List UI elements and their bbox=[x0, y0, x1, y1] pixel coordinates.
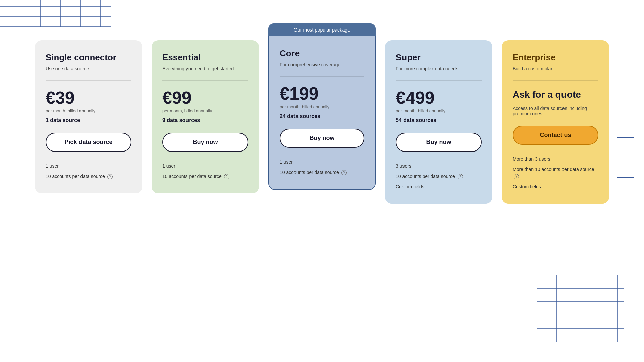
plan-single-connector-name: Single connector bbox=[46, 52, 131, 63]
feature-accounts: 10 accounts per data source ? bbox=[396, 173, 482, 180]
plan-enterprise-features: More than 3 users More than 10 accounts … bbox=[513, 156, 598, 190]
plan-core-button[interactable]: Buy now bbox=[280, 129, 364, 148]
plan-enterprise: Enterprise Build a custom plan Ask for a… bbox=[502, 40, 609, 204]
plan-essential-price: €99 bbox=[162, 89, 248, 106]
feature-custom-fields: Custom fields bbox=[513, 183, 598, 190]
plan-super-sources: 54 data sources bbox=[396, 117, 482, 123]
plan-essential-name: Essential bbox=[162, 52, 248, 63]
help-icon-accounts[interactable]: ? bbox=[458, 174, 463, 179]
plan-super-billing: per month, billed annually bbox=[396, 108, 482, 113]
help-icon-accounts[interactable]: ? bbox=[341, 170, 347, 175]
plan-core-billing: per month, billed annually bbox=[280, 104, 364, 109]
deco-bottom-right bbox=[537, 275, 624, 342]
plan-essential: Essential Everything you need to get sta… bbox=[152, 40, 259, 193]
plan-super-features: 3 users 10 accounts per data source ? Cu… bbox=[396, 163, 482, 190]
divider bbox=[46, 80, 131, 81]
feature-accounts: 10 accounts per data source ? bbox=[46, 173, 131, 180]
plan-core-desc: For comprehensive coverage bbox=[280, 61, 364, 68]
help-icon-accounts[interactable]: ? bbox=[514, 174, 519, 179]
plan-essential-billing: per month, billed annually bbox=[162, 108, 248, 113]
popular-banner: Our most popular package bbox=[268, 23, 376, 36]
plan-core-price: €199 bbox=[280, 85, 364, 102]
plan-super-name: Super bbox=[396, 52, 482, 63]
plan-core: Core For comprehensive coverage €199 per… bbox=[268, 36, 376, 190]
plan-essential-desc: Everything you need to get started bbox=[162, 65, 248, 72]
feature-users: 1 user bbox=[46, 163, 131, 170]
plan-core-name: Core bbox=[280, 48, 364, 59]
divider bbox=[162, 80, 248, 81]
plan-super: Super For more complex data needs €499 p… bbox=[385, 40, 492, 204]
plan-single-connector-features: 1 user 10 accounts per data source ? bbox=[46, 163, 131, 180]
plan-super-desc: For more complex data needs bbox=[396, 65, 482, 72]
plan-essential-features: 1 user 10 accounts per data source ? bbox=[162, 163, 248, 180]
feature-users: 1 user bbox=[280, 159, 364, 166]
plan-single-connector-desc: Use one data source bbox=[46, 65, 131, 72]
plan-single-connector-price: €39 bbox=[46, 89, 131, 106]
help-icon-accounts[interactable]: ? bbox=[224, 174, 229, 179]
plan-core-sources: 24 data sources bbox=[280, 113, 364, 119]
divider bbox=[396, 80, 482, 81]
plan-enterprise-name: Enterprise bbox=[513, 52, 598, 63]
feature-users: 1 user bbox=[162, 163, 248, 170]
feature-accounts: 10 accounts per data source ? bbox=[162, 173, 248, 180]
plan-essential-sources: 9 data sources bbox=[162, 117, 248, 123]
divider bbox=[513, 80, 598, 81]
plan-essential-button[interactable]: Buy now bbox=[162, 133, 248, 152]
plan-single-connector-button[interactable]: Pick data source bbox=[46, 133, 131, 152]
pricing-page: Single connector Use one data source €39… bbox=[0, 0, 644, 231]
feature-accounts: More than 10 accounts per data source ? bbox=[513, 166, 598, 180]
plan-single-connector-billing: per month, billed annually bbox=[46, 108, 131, 113]
plan-core-features: 1 user 10 accounts per data source ? bbox=[280, 159, 364, 176]
plan-core-wrapper: Our most popular package Core For compre… bbox=[268, 23, 376, 190]
plan-enterprise-sources: Access to all data sources including pre… bbox=[513, 106, 598, 116]
feature-custom-fields: Custom fields bbox=[396, 183, 482, 190]
plan-single-connector-sources: 1 data source bbox=[46, 117, 131, 123]
plan-super-button[interactable]: Buy now bbox=[396, 133, 482, 152]
plan-enterprise-desc: Build a custom plan bbox=[513, 65, 598, 72]
divider bbox=[280, 76, 364, 77]
feature-users: 3 users bbox=[396, 163, 482, 170]
plan-single-connector: Single connector Use one data source €39… bbox=[35, 40, 142, 193]
plan-enterprise-button[interactable]: Contact us bbox=[513, 126, 598, 145]
feature-users: More than 3 users bbox=[513, 156, 598, 163]
feature-accounts: 10 accounts per data source ? bbox=[280, 169, 364, 176]
plan-super-price: €499 bbox=[396, 89, 482, 106]
help-icon-accounts[interactable]: ? bbox=[107, 174, 113, 179]
plan-enterprise-price: Ask for a quote bbox=[513, 89, 598, 100]
